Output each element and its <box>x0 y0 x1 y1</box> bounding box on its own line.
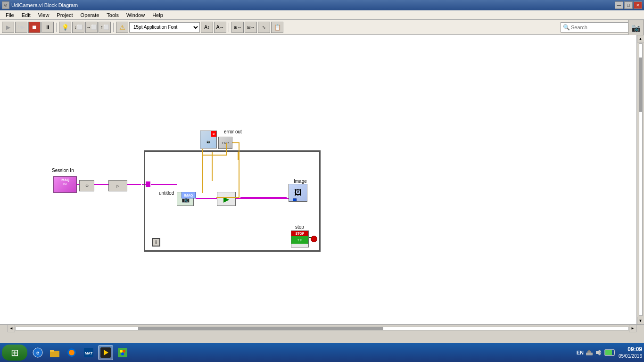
session-in-label: Session In <box>52 168 74 173</box>
reorder-button[interactable]: 📋 <box>271 22 283 33</box>
run-continuously-button[interactable]: ↻▶ <box>15 22 27 33</box>
image-node[interactable]: 🖼 <box>289 184 307 202</box>
vertical-scrollbar-track[interactable] <box>639 43 643 316</box>
step-out-button[interactable]: ↑⬜ <box>99 22 111 33</box>
title-bar-controls: — □ ✕ <box>615 1 642 9</box>
app-button[interactable]: 📷 <box>628 20 644 36</box>
svg-point-19 <box>69 350 74 355</box>
font-selector[interactable]: 15pt Application Font <box>129 22 200 33</box>
search-box: 🔍 <box>561 22 630 33</box>
battery-icon <box>604 349 616 356</box>
taskbar-folder-icon[interactable] <box>47 345 62 360</box>
clock-time: 09:09 <box>619 346 642 354</box>
session-in-node[interactable]: IMAQ I/O <box>53 176 77 193</box>
menu-operate[interactable]: Operate <box>77 11 103 19</box>
align-button[interactable]: ⊞↔ <box>231 22 244 33</box>
text-size-button[interactable]: A↕ <box>201 22 213 33</box>
menu-bar: File Edit View Project Operate Tools Win… <box>0 10 644 20</box>
window-title: UdiCamera.vi Block Diagram <box>11 2 78 8</box>
taskbar-right: EN 09:09 05/01/2016 <box>577 346 642 360</box>
menu-project[interactable]: Project <box>53 11 76 19</box>
start-button[interactable]: ⊞ <box>2 345 27 361</box>
taskbar-labview-icon[interactable] <box>98 345 113 360</box>
title-bar: VI UdiCamera.vi Block Diagram — □ ✕ <box>0 0 644 10</box>
maximize-button[interactable]: □ <box>624 1 633 9</box>
menu-window[interactable]: Window <box>123 11 149 19</box>
error-out-label: error out <box>224 129 242 134</box>
warning-button[interactable]: ⚠ <box>116 22 128 33</box>
taskbar-paint-icon[interactable] <box>115 345 130 360</box>
taskbar-matlab-icon[interactable]: MAT <box>81 345 96 360</box>
search-icon: 🔍 <box>563 24 570 31</box>
taskbar-clock: 09:09 05/01/2016 <box>619 346 642 360</box>
menu-file[interactable]: File <box>2 11 18 19</box>
svg-text:e: e <box>36 350 39 355</box>
imaq-top-node[interactable]: × 📷 <box>200 131 217 148</box>
system-tray: EN <box>577 349 616 356</box>
svg-rect-29 <box>587 351 591 353</box>
horizontal-scrollbar-track[interactable] <box>15 327 629 330</box>
highlight-button[interactable]: 💡 <box>59 22 71 33</box>
error-indicator-node[interactable]: ERR <box>218 137 232 149</box>
lang-indicator: EN <box>577 350 584 355</box>
distribute-button[interactable]: ⊟↔ <box>245 22 257 33</box>
svg-rect-28 <box>586 353 593 355</box>
vertical-scrollbar[interactable]: ▲ ▼ <box>636 35 644 324</box>
horizontal-scrollbar[interactable]: ◄ ► <box>0 324 644 332</box>
pause-button[interactable]: ⏸ <box>41 22 54 33</box>
svg-rect-34 <box>614 351 615 354</box>
scroll-down-button[interactable]: ▼ <box>637 317 644 324</box>
connector-node-1[interactable]: ⚙ <box>79 180 94 191</box>
minimize-button[interactable]: — <box>615 1 623 9</box>
menu-view[interactable]: View <box>34 11 53 19</box>
toolbar-separator-2 <box>113 23 114 32</box>
svg-marker-31 <box>596 350 600 355</box>
menu-edit[interactable]: Edit <box>18 11 34 19</box>
scroll-up-button[interactable]: ▲ <box>637 35 644 42</box>
wire-overlay <box>0 35 644 324</box>
stop-node[interactable]: STOP T F <box>291 230 309 247</box>
svg-rect-16 <box>50 351 59 357</box>
scroll-left-button[interactable]: ◄ <box>8 325 15 332</box>
menu-help[interactable]: Help <box>149 11 167 19</box>
menu-tools[interactable]: Tools <box>103 11 123 19</box>
play-node[interactable]: ▶ <box>217 192 236 206</box>
svg-rect-17 <box>50 350 54 352</box>
scroll-right-button[interactable]: ► <box>629 325 636 332</box>
toolbar-separator-1 <box>56 23 57 32</box>
untitled-label: untitled <box>159 190 174 196</box>
svg-point-25 <box>120 350 123 353</box>
toolbar: ▶ ↻▶ ⏹ ⏸ 💡 ↓⬜ →⬜ ↑⬜ ⚠ 15pt Application F… <box>0 20 644 35</box>
run-button[interactable]: ▶ <box>2 22 14 33</box>
toolbar-separator-3 <box>229 23 229 32</box>
svg-text:MAT: MAT <box>85 351 93 355</box>
taskbar: ⊞ e MAT EN 09:09 05/01/2016 <box>0 343 644 362</box>
imaq-label-node[interactable]: IMAQ <box>182 192 196 198</box>
title-bar-left: VI UdiCamera.vi Block Diagram <box>2 1 78 9</box>
network-icon <box>586 349 593 356</box>
step-over-button[interactable]: →⬜ <box>85 22 98 33</box>
close-button[interactable]: ✕ <box>634 1 642 9</box>
abort-button[interactable]: ⏹ <box>28 22 41 33</box>
resize-button[interactable]: ⤡ <box>258 22 270 33</box>
app-icon: VI <box>2 1 9 9</box>
svg-point-26 <box>123 350 125 353</box>
image-label: Image <box>294 179 307 184</box>
canvas-area[interactable]: Session In IMAQ I/O ⚙ ▷ i error out × 📷 … <box>0 35 644 324</box>
vertical-scrollbar-thumb[interactable] <box>639 58 642 112</box>
search-input[interactable] <box>571 25 627 30</box>
taskbar-firefox-icon[interactable] <box>64 345 79 360</box>
svg-rect-30 <box>588 350 590 351</box>
svg-rect-33 <box>605 350 612 355</box>
clock-date: 05/01/2016 <box>619 353 642 359</box>
volume-icon <box>595 349 603 356</box>
step-into-button[interactable]: ↓⬜ <box>72 22 84 33</box>
horizontal-scrollbar-thumb[interactable] <box>138 327 383 330</box>
taskbar-ie-icon[interactable]: e <box>30 345 45 360</box>
stop-label: stop <box>295 224 304 230</box>
connector-node-2[interactable]: ▷ <box>108 180 127 191</box>
svg-point-27 <box>121 353 124 355</box>
wire-canvas <box>0 35 644 324</box>
text-style-button[interactable]: A↔ <box>214 22 226 33</box>
loop-condition-terminal[interactable] <box>311 236 317 242</box>
